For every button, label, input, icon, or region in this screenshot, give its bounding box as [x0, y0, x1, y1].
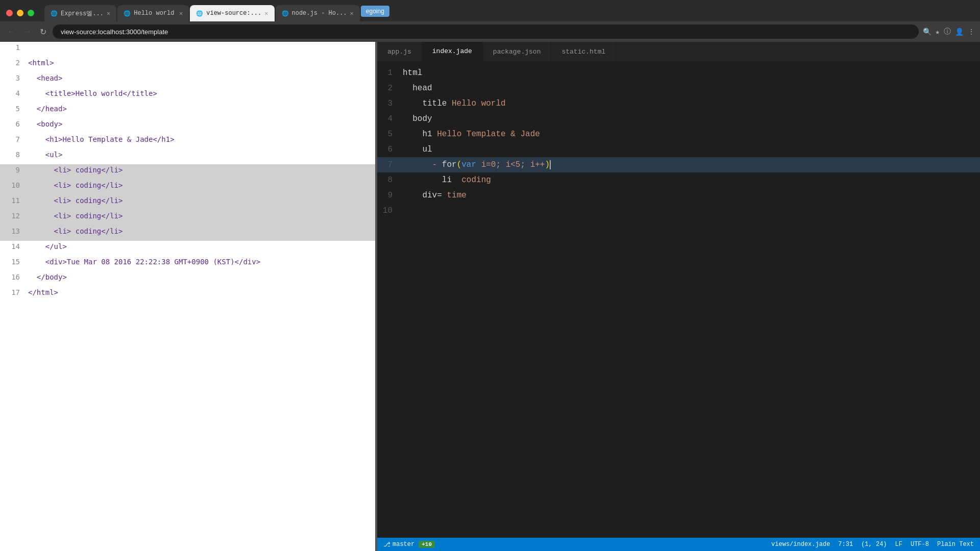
- source-line: 14 </ul>: [0, 241, 375, 256]
- bookmark-icon[interactable]: ★: [936, 28, 940, 36]
- source-line: 8 <ul>: [0, 149, 375, 164]
- token-tag: html: [403, 68, 422, 78]
- tab-close-icon[interactable]: ✕: [179, 10, 183, 17]
- tab-label: Express엘...: [61, 9, 104, 18]
- search-icon[interactable]: 🔍: [923, 28, 932, 36]
- token-tag: h1: [422, 130, 437, 139]
- code-line-content[interactable]: body: [403, 112, 980, 126]
- token-kw: var: [461, 160, 476, 169]
- line-content: [28, 42, 375, 43]
- minimize-button[interactable]: [17, 10, 23, 16]
- line-content: <h1>Hello Template & Jade</h1>: [28, 134, 375, 143]
- token-tag: div=: [422, 191, 447, 200]
- source-line: 12 <li> coding</li>: [0, 210, 375, 226]
- line-content: <li> coding</li>: [28, 226, 375, 235]
- code-line-content[interactable]: html: [403, 66, 980, 80]
- code-line-content[interactable]: h1 Hello Template & Jade: [403, 127, 980, 141]
- code-line-number: 10: [377, 204, 403, 218]
- info-icon[interactable]: ⓘ: [944, 27, 951, 36]
- token-indent6: [403, 160, 432, 169]
- source-line: 6 <body>: [0, 118, 375, 134]
- token-indent8: [403, 176, 442, 185]
- text-cursor: [550, 160, 551, 169]
- browser-tab-tab4[interactable]: 🌐 node.js - Ho... ✕: [276, 5, 360, 21]
- browser-tab-tab3[interactable]: 🌐 view-source:... ✕: [190, 5, 274, 21]
- line-content: <body>: [28, 119, 375, 128]
- code-line-content[interactable]: div= time: [403, 188, 980, 203]
- browser-chrome: 🌐 Express엘... ✕ 🌐 Hello world ✕ 🌐 view-s…: [0, 0, 980, 42]
- profile-button[interactable]: egoing: [361, 6, 389, 17]
- line-number: 14: [0, 241, 28, 251]
- line-number: 6: [0, 119, 28, 128]
- source-line: 5 </head>: [0, 103, 375, 118]
- line-content: <head>: [28, 73, 375, 82]
- source-line: 16 </body>: [0, 271, 375, 287]
- tab-icon: 🌐: [124, 10, 131, 17]
- back-button[interactable]: ←: [5, 26, 17, 37]
- browser-source-view: 12<html>3 <head>4 <title>Hello world</ti…: [0, 42, 375, 551]
- tab-icon: 🌐: [282, 10, 289, 17]
- source-line: 4 <title>Hello world</title>: [0, 88, 375, 103]
- line-content: </body>: [28, 272, 375, 281]
- tab-close-icon[interactable]: ✕: [350, 10, 354, 17]
- token-text: time: [447, 191, 466, 200]
- browser-tab-tab1[interactable]: 🌐 Express엘... ✕: [44, 5, 116, 21]
- menu-icon[interactable]: ⋮: [968, 28, 975, 36]
- line-content: <ul>: [28, 149, 375, 159]
- line-number: 1: [0, 42, 28, 52]
- editor-tab-app_js[interactable]: app.js: [377, 42, 422, 61]
- line-number: 3: [0, 73, 28, 82]
- account-icon[interactable]: 👤: [955, 28, 964, 36]
- line-content: <li> coding</li>: [28, 211, 375, 220]
- line-content: <div>Tue Mar 08 2016 22:22:38 GMT+0900 (…: [28, 257, 375, 266]
- traffic-lights: [0, 0, 40, 21]
- editor-tabs: app.jsindex.jadepackage.jsonstatic.html: [377, 42, 980, 61]
- line-content: </head>: [28, 104, 375, 113]
- line-number: 12: [0, 211, 28, 220]
- code-line: 4 body: [377, 111, 980, 127]
- code-line-number: 4: [377, 112, 403, 126]
- branch-name: master: [393, 541, 414, 548]
- reload-button[interactable]: ↻: [38, 26, 48, 38]
- line-number: 15: [0, 257, 28, 266]
- close-button[interactable]: [6, 10, 13, 16]
- tab-bar: 🌐 Express엘... ✕ 🌐 Hello world ✕ 🌐 view-s…: [40, 0, 394, 21]
- address-bar: ← → ↻ 🔍 ★ ⓘ 👤 ⋮: [0, 21, 980, 42]
- code-line: 6 ul: [377, 142, 980, 157]
- branch-icon: ⎇: [383, 541, 390, 548]
- code-line-content[interactable]: title Hello world: [403, 96, 980, 111]
- line-number: 13: [0, 226, 28, 235]
- tab-icon: 🌐: [196, 10, 203, 17]
- code-line-number: 2: [377, 81, 403, 95]
- code-line-content[interactable]: ul: [403, 142, 980, 157]
- editor-tab-static_html[interactable]: static.html: [551, 42, 616, 61]
- browser-tab-tab2[interactable]: 🌐 Hello world ✕: [117, 5, 189, 21]
- code-line-number: 9: [377, 188, 403, 203]
- git-changes: +10: [419, 541, 435, 548]
- source-line: 10 <li> coding</li>: [0, 180, 375, 195]
- code-line-number: 5: [377, 127, 403, 141]
- tab-close-icon[interactable]: ✕: [264, 10, 268, 17]
- line-content: <title>Hello world</title>: [28, 88, 375, 97]
- code-line: 5 h1 Hello Template & Jade: [377, 127, 980, 142]
- token-indent4: [403, 145, 422, 154]
- code-line-content[interactable]: head: [403, 81, 980, 95]
- token-paren: (: [457, 160, 462, 169]
- forward-button[interactable]: →: [21, 26, 34, 37]
- line-number: 10: [0, 180, 28, 189]
- line-number: 16: [0, 272, 28, 281]
- tab-close-icon[interactable]: ✕: [107, 10, 110, 17]
- encoding: UTF-8: [911, 541, 929, 548]
- token-tag: li: [442, 176, 461, 185]
- token-tag: ul: [422, 145, 432, 154]
- code-line-content[interactable]: - for(var i=0; i<5; i++): [403, 158, 980, 172]
- maximize-button[interactable]: [28, 10, 34, 16]
- address-input[interactable]: [53, 24, 919, 39]
- file-path: views/index.jade: [771, 541, 830, 548]
- editor-content[interactable]: 1html2 head3 title Hello world4 body5 h1…: [377, 61, 980, 538]
- line-number: 7: [0, 134, 28, 143]
- editor-tab-package_json[interactable]: package.json: [483, 42, 552, 61]
- editor-tab-index_jade[interactable]: index.jade: [422, 42, 483, 61]
- code-line-content[interactable]: li coding: [403, 173, 980, 187]
- token-tag: head: [412, 84, 432, 93]
